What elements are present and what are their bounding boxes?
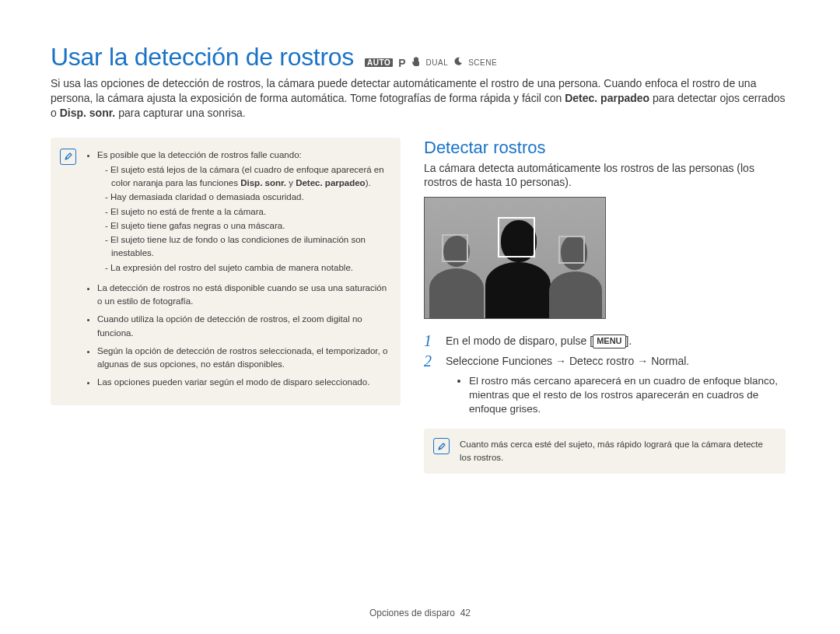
note-item: Es posible que la detección de rostros f… bbox=[97, 149, 388, 277]
note-item: Según la opción de detección de rostros … bbox=[97, 345, 388, 372]
page-footer: Opciones de disparo 42 bbox=[0, 608, 840, 618]
mode-icons: AUTO P DUAL SCENE bbox=[365, 56, 497, 69]
mode-dual: DUAL bbox=[426, 58, 449, 67]
intro-paragraph: Si usa las opciones de detección de rost… bbox=[51, 76, 786, 121]
page-title: Usar la detección de rostros bbox=[51, 43, 354, 72]
step-1: 1 En el modo de disparo, pulse [MENU]. bbox=[424, 333, 786, 349]
tip-box: Cuanto más cerca esté del sujeto, más rá… bbox=[424, 429, 786, 473]
note-item: Las opciones pueden variar según el modo… bbox=[97, 376, 388, 389]
moon-icon bbox=[453, 57, 463, 68]
note-item: La detección de rostros no está disponib… bbox=[97, 282, 388, 309]
note-subitem: El sujeto no está de frente a la cámara. bbox=[105, 205, 388, 219]
mode-scene: SCENE bbox=[468, 58, 497, 67]
mode-p: P bbox=[398, 57, 405, 69]
step-2-sub: El rostro más cercano aparecerá en un cu… bbox=[424, 374, 786, 417]
note-subitem: Hay demasiada claridad o demasiada oscur… bbox=[105, 191, 388, 204]
hand-icon bbox=[411, 56, 421, 69]
note-subitem: El sujeto tiene luz de fondo o las condi… bbox=[105, 233, 388, 261]
note-subitem: El sujeto tiene gafas negras o una másca… bbox=[105, 219, 388, 233]
note-subitem: La expresión del rostro del sujeto cambi… bbox=[105, 261, 388, 275]
section-heading: Detectar rostros bbox=[424, 138, 786, 158]
step-number: 1 bbox=[424, 333, 438, 349]
note-icon bbox=[433, 438, 450, 454]
note-box: Es posible que la detección de rostros f… bbox=[51, 138, 401, 405]
section-intro: La cámara detecta automáticamente los ro… bbox=[424, 161, 786, 189]
note-item: Cuando utiliza la opción de detección de… bbox=[97, 313, 388, 340]
step-number: 2 bbox=[424, 353, 438, 369]
mode-auto-badge: AUTO bbox=[365, 58, 393, 67]
menu-button-label: MENU bbox=[593, 335, 625, 349]
note-icon bbox=[60, 149, 76, 165]
step-2: 2 Seleccione Funciones→Detecc rostro→Nor… bbox=[424, 353, 786, 369]
note-subitem: El sujeto está lejos de la cámara (el cu… bbox=[105, 163, 388, 191]
face-detection-illustration bbox=[424, 197, 606, 319]
